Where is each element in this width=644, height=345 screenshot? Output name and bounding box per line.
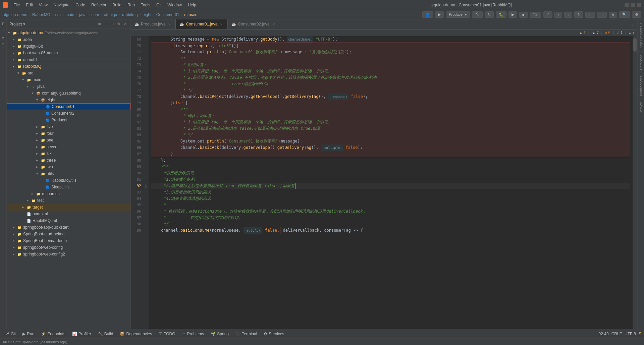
tree-sleeputils[interactable]: 🔵 SleepUtils [7, 184, 130, 190]
settings-button[interactable]: ⚙ [632, 11, 641, 18]
close-button[interactable]: ✕ [637, 3, 641, 7]
tree-test[interactable]: ▶ 📁 test [7, 197, 130, 204]
menu-window[interactable]: Window [165, 2, 184, 8]
tree-consumer02[interactable]: 🔵 Consumer02 [7, 110, 130, 117]
tree-one[interactable]: ▶ 📁 one [7, 137, 130, 143]
tree-java[interactable]: ▼ ☕ java [7, 83, 130, 90]
tree-resources[interactable]: ▶ 📁 resources [7, 190, 130, 197]
bottom-git-btn[interactable]: ⎇ Git [3, 331, 18, 337]
panel-settings-btn[interactable]: ⚙ [116, 21, 121, 26]
editor-scrollbar[interactable] [633, 36, 637, 329]
producer-dropdown[interactable]: Producer ▾ [446, 11, 470, 18]
minimize-button[interactable]: ─ [625, 3, 629, 7]
menu-tools[interactable]: Tools [138, 2, 153, 8]
panel-collapse-btn[interactable]: ⊟ [110, 21, 115, 26]
breadcrumb-atguigu[interactable]: atguigu [104, 12, 117, 17]
bottom-endpoints-btn[interactable]: ⚡ Endpoints [39, 331, 67, 337]
tree-seven[interactable]: ▶ 📁 seven [7, 143, 130, 150]
tree-package[interactable]: ▼ 📦 com.atguigu.rabbitmq [7, 90, 130, 97]
bottom-services-btn[interactable]: ⚙ Services [262, 331, 286, 337]
sidebar-commit-icon[interactable]: ↑ [0, 27, 6, 34]
sidebar-project-icon[interactable]: P [0, 21, 6, 27]
breadcrumb-rabbitmq2[interactable]: rabbitmq [122, 12, 138, 17]
coverage-button[interactable]: ▶ [508, 11, 517, 18]
panel-expand-btn[interactable]: ⊞ [103, 21, 108, 26]
git-pull[interactable]: ↓ [564, 12, 572, 18]
scroll-down-icon[interactable]: ▼ [632, 31, 635, 35]
tree-springboot-crud[interactable]: ▶ 📁 SpringBoot-crud-heima [7, 231, 130, 237]
tree-main[interactable]: ▼ 📁 main [7, 76, 130, 83]
forward-button[interactable]: → [597, 12, 607, 18]
menu-run[interactable]: Run [125, 2, 138, 8]
bottom-run-btn[interactable]: ▶ Run [20, 331, 36, 337]
tab-consumer01[interactable]: ☕ Consumer01.java ✕ [176, 19, 228, 30]
tree-springboot-web2[interactable]: ▶ 📁 springboot-web-config2 [7, 251, 130, 257]
git-push[interactable]: ↑ [554, 12, 562, 18]
right-panel-maven[interactable]: Maven [638, 99, 644, 115]
editor-overflow-btn[interactable]: ⋮ [628, 19, 637, 29]
tree-root[interactable]: ▼ 📁 atguigu-demo E:\idea-workspace\atgui… [7, 30, 130, 36]
bottom-build-btn[interactable]: 🔨 Build [96, 331, 115, 337]
breadcrumb-consumer01[interactable]: Consumer01 [156, 12, 179, 17]
tree-producer[interactable]: 🔵 Producer [7, 117, 130, 123]
tree-eight[interactable]: ▼ 📦 eight [7, 97, 130, 103]
tree-four[interactable]: ▶ 📁 four [7, 130, 130, 137]
git-fetch[interactable]: ↻ [574, 11, 583, 18]
bottom-spring-btn[interactable]: 🌱 Spring [209, 331, 231, 337]
sidebar-bookmark-icon[interactable]: ★ [0, 34, 6, 40]
tab-producer-close[interactable]: ✕ [167, 22, 171, 26]
tree-boot-web[interactable]: ▶ 📁 boot-web-05-admin [7, 50, 130, 56]
search-button[interactable]: 🔍 [619, 11, 630, 18]
tree-six[interactable]: ▶ 📁 six [7, 150, 130, 157]
tab-producer[interactable]: ☕ Producer.java ✕ [131, 19, 176, 29]
build-button[interactable]: 🔨 [472, 11, 483, 18]
tree-utils[interactable]: ▼ 📁 utils [7, 170, 130, 177]
tree-five[interactable]: ▶ 📁 five [7, 123, 130, 130]
breadcrumb-java[interactable]: java [79, 12, 87, 17]
tree-springboot-heima[interactable]: ▶ 📁 SpringBoot-heima-demo [7, 237, 130, 244]
stop-button[interactable]: ■ [519, 12, 528, 18]
right-panel-notifications[interactable]: Notifications [638, 73, 644, 99]
tab-consumer02[interactable]: ☕ Consumer02.java ✕ [228, 19, 280, 29]
code-editor[interactable]: String message = new String(delivery.get… [149, 36, 633, 329]
tree-iml[interactable]: 📄 RabbitMQ.iml [7, 217, 130, 224]
tree-three[interactable]: ▶ 📁 three [7, 157, 130, 164]
right-panel-database[interactable]: Database [638, 51, 644, 73]
tree-rabbitmqutils[interactable]: 🔵 RabbitMqUtils [7, 177, 130, 184]
menu-navigate[interactable]: Navigate [51, 2, 72, 8]
profile-button[interactable]: 👤 [422, 11, 433, 18]
tree-springboot-aop[interactable]: ▶ 📁 springboot-aop-quickstart [7, 224, 130, 231]
menu-code[interactable]: Code [73, 2, 88, 8]
tree-idea[interactable]: ▶ 📁 .idea [7, 36, 130, 43]
debug-button[interactable]: 🐛 [496, 11, 506, 18]
back-button[interactable]: ← [585, 12, 595, 18]
right-panel-key-promoter[interactable]: Key Promoter X [638, 19, 644, 51]
tab-consumer01-close[interactable]: ✕ [219, 22, 223, 26]
breadcrumb-rabbitmq[interactable]: RabbitMQ [32, 12, 50, 17]
menu-file[interactable]: File [11, 2, 22, 8]
tree-consumer01[interactable]: 🔵 Consumer01 [7, 103, 130, 110]
tree-springboot-web1[interactable]: ▶ 📁 springboot-web-config [7, 244, 130, 251]
scroll-up-icon[interactable]: ▲ [629, 31, 631, 35]
breadcrumb-src[interactable]: src [55, 12, 61, 17]
panel-close-btn[interactable]: ✕ [123, 21, 128, 26]
run-config-button[interactable]: ▶ [435, 11, 444, 18]
breadcrumb-com[interactable]: com [92, 12, 99, 17]
menu-git[interactable]: Git [154, 2, 164, 8]
tree-target[interactable]: ▶ 📁 target [7, 204, 130, 211]
scrollbar-thumb[interactable] [633, 38, 637, 52]
tree-src[interactable]: ▼ 📂 src [7, 70, 130, 76]
menu-build[interactable]: Build [110, 2, 124, 8]
breadcrumb-main[interactable]: main [65, 12, 74, 17]
tree-atguigu-git[interactable]: ▶ 📁 atguigu-Git [7, 43, 130, 50]
git-check[interactable]: ✓ [543, 11, 552, 18]
bottom-problems-btn[interactable]: ⚠ Problems [180, 331, 206, 337]
tree-pomxml[interactable]: 📄 pom.xml [7, 211, 130, 217]
tree-demo01[interactable]: ▶ 📁 demo01 [7, 56, 130, 63]
menu-help[interactable]: Help [185, 2, 199, 8]
bottom-terminal-btn[interactable]: ⬛ Terminal [233, 331, 259, 337]
maximize-button[interactable]: □ [631, 3, 635, 7]
breadcrumb-root[interactable]: atguigu-demo [3, 12, 27, 17]
reload-button[interactable]: ↻ [485, 11, 494, 18]
translate-button[interactable]: A [609, 12, 617, 18]
